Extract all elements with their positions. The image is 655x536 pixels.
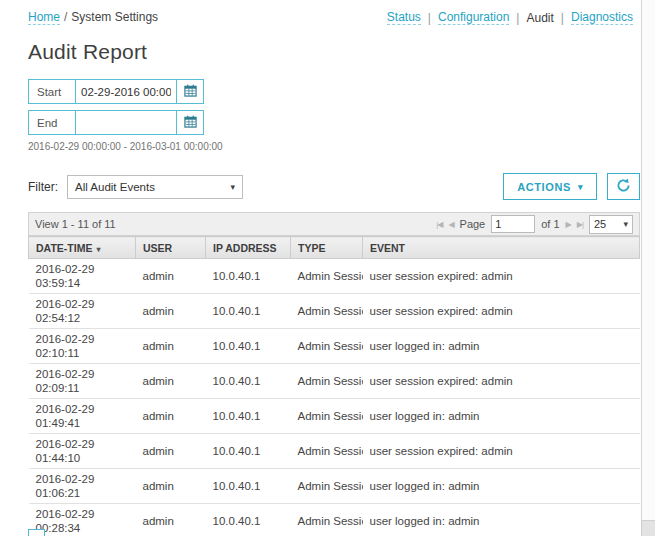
end-date-input[interactable] xyxy=(76,111,176,134)
end-calendar-button[interactable] xyxy=(176,111,203,134)
start-calendar-button[interactable] xyxy=(176,80,203,103)
cell-event: user session expired: admin xyxy=(363,434,640,469)
table-header-row: DATE-TIME▾ USER IP ADDRESS TYPE EVENT xyxy=(29,237,640,259)
audit-report-page: Home/System Settings Status | Configurat… xyxy=(0,0,655,536)
nav-status-link[interactable]: Status xyxy=(387,10,421,25)
calendar-icon xyxy=(184,115,197,131)
last-page-icon[interactable]: ▶| xyxy=(577,220,583,229)
filter-selected-value: All Audit Events xyxy=(75,181,155,193)
table-row[interactable]: 2016-02-2902:54:12admin10.0.40.1Admin Se… xyxy=(29,294,640,329)
table-row[interactable]: 2016-02-2901:44:10admin10.0.40.1Admin Se… xyxy=(29,434,640,469)
cell-user: admin xyxy=(136,504,206,536)
nav-separator: | xyxy=(516,11,519,25)
cell-ip-address: 10.0.40.1 xyxy=(206,259,291,294)
vertical-scrollbar[interactable] xyxy=(641,0,655,536)
cell-event: user session expired: admin xyxy=(363,364,640,399)
cell-type: Admin Session xyxy=(291,399,363,434)
column-header-event[interactable]: EVENT xyxy=(363,237,640,259)
cell-date-time: 2016-02-2902:54:12 xyxy=(29,294,136,329)
chevron-down-icon: ▾ xyxy=(623,219,628,229)
cell-ip-address: 10.0.40.1 xyxy=(206,399,291,434)
cell-event: user logged in: admin xyxy=(363,399,640,434)
audit-table: DATE-TIME▾ USER IP ADDRESS TYPE EVENT 20… xyxy=(28,236,640,536)
partial-cutoff-element xyxy=(28,529,45,536)
table-row[interactable]: 2016-02-2901:49:41admin10.0.40.1Admin Se… xyxy=(29,399,640,434)
cell-event: user logged in: admin xyxy=(363,469,640,504)
end-date-label: End xyxy=(29,111,76,134)
end-date-group: End xyxy=(28,110,204,135)
nav-separator: | xyxy=(561,11,564,25)
cell-type: Admin Session xyxy=(291,294,363,329)
sort-desc-icon: ▾ xyxy=(96,245,100,254)
prev-page-icon[interactable]: ◀ xyxy=(448,220,453,229)
cell-ip-address: 10.0.40.1 xyxy=(206,329,291,364)
view-count-text: View 1 - 11 of 11 xyxy=(35,218,116,230)
column-header-ip-address[interactable]: IP ADDRESS xyxy=(206,237,291,259)
cell-ip-address: 10.0.40.1 xyxy=(206,469,291,504)
table-row[interactable]: 2016-02-2900:28:34admin10.0.40.1Admin Se… xyxy=(29,504,640,536)
start-date-label: Start xyxy=(29,80,76,103)
top-nav: Status | Configuration | Audit | Diagnos… xyxy=(387,10,640,25)
date-range-text: 2016-02-29 00:00:00 - 2016-03-01 00:00:0… xyxy=(28,141,640,152)
cell-date-time: 2016-02-2902:10:11 xyxy=(29,329,136,364)
cell-type: Admin Session xyxy=(291,469,363,504)
cell-ip-address: 10.0.40.1 xyxy=(206,504,291,536)
next-page-icon[interactable]: ▶ xyxy=(566,220,571,229)
cell-user: admin xyxy=(136,434,206,469)
cell-event: user logged in: admin xyxy=(363,504,640,536)
refresh-icon xyxy=(616,178,631,196)
chevron-down-icon: ▾ xyxy=(578,182,583,192)
cell-event: user session expired: admin xyxy=(363,294,640,329)
grid-toolbar: View 1 - 11 of 11 |◀ ◀ Page of 1 ▶ ▶| 25… xyxy=(28,212,640,236)
cell-ip-address: 10.0.40.1 xyxy=(206,294,291,329)
cell-date-time: 2016-02-2903:59:14 xyxy=(29,259,136,294)
page-number-input[interactable] xyxy=(491,215,535,233)
cell-date-time: 2016-02-2901:44:10 xyxy=(29,434,136,469)
page-size-select[interactable]: 25 ▾ xyxy=(589,215,633,234)
nav-separator: | xyxy=(428,11,431,25)
cell-date-time: 2016-02-2901:06:21 xyxy=(29,469,136,504)
cell-ip-address: 10.0.40.1 xyxy=(206,364,291,399)
refresh-button[interactable] xyxy=(607,173,640,200)
breadcrumb-home-link[interactable]: Home xyxy=(28,10,60,25)
actions-button[interactable]: ACTIONS ▾ xyxy=(503,173,597,200)
start-date-input[interactable] xyxy=(76,80,176,103)
page-of-text: of 1 xyxy=(541,218,559,230)
cell-user: admin xyxy=(136,259,206,294)
cell-type: Admin Session xyxy=(291,329,363,364)
column-header-user[interactable]: USER xyxy=(136,237,206,259)
breadcrumb-current: System Settings xyxy=(71,10,158,24)
cell-type: Admin Session xyxy=(291,259,363,294)
table-row[interactable]: 2016-02-2903:59:14admin10.0.40.1Admin Se… xyxy=(29,259,640,294)
breadcrumb-separator: / xyxy=(64,10,67,24)
cell-date-time: 2016-02-2901:49:41 xyxy=(29,399,136,434)
page-title: Audit Report xyxy=(28,40,640,64)
page-size-value: 25 xyxy=(594,218,606,230)
column-header-date-time[interactable]: DATE-TIME▾ xyxy=(29,237,136,259)
cell-date-time: 2016-02-2902:09:11 xyxy=(29,364,136,399)
start-date-group: Start xyxy=(28,79,204,104)
table-row[interactable]: 2016-02-2902:10:11admin10.0.40.1Admin Se… xyxy=(29,329,640,364)
cell-type: Admin Session xyxy=(291,434,363,469)
breadcrumb: Home/System Settings xyxy=(28,10,158,24)
cell-event: user logged in: admin xyxy=(363,329,640,364)
table-row[interactable]: 2016-02-2902:09:11admin10.0.40.1Admin Se… xyxy=(29,364,640,399)
column-header-label: DATE-TIME xyxy=(36,242,92,254)
chevron-down-icon: ▾ xyxy=(230,182,235,192)
pagination: |◀ ◀ Page of 1 ▶ ▶| 25 ▾ xyxy=(436,215,633,234)
filter-row: Filter: All Audit Events ▾ ACTIONS ▾ xyxy=(28,173,640,200)
column-header-type[interactable]: TYPE xyxy=(291,237,363,259)
cell-user: admin xyxy=(136,399,206,434)
actions-button-label: ACTIONS xyxy=(517,181,571,193)
nav-configuration-link[interactable]: Configuration xyxy=(438,10,509,25)
calendar-icon xyxy=(184,84,197,100)
table-row[interactable]: 2016-02-2901:06:21admin10.0.40.1Admin Se… xyxy=(29,469,640,504)
filter-select[interactable]: All Audit Events ▾ xyxy=(67,175,243,199)
cell-ip-address: 10.0.40.1 xyxy=(206,434,291,469)
top-bar: Home/System Settings Status | Configurat… xyxy=(28,10,640,25)
nav-diagnostics-link[interactable]: Diagnostics xyxy=(571,10,633,25)
first-page-icon[interactable]: |◀ xyxy=(436,220,442,229)
audit-table-body: 2016-02-2903:59:14admin10.0.40.1Admin Se… xyxy=(29,259,640,536)
cell-user: admin xyxy=(136,329,206,364)
scrollbar-corner xyxy=(641,520,655,536)
